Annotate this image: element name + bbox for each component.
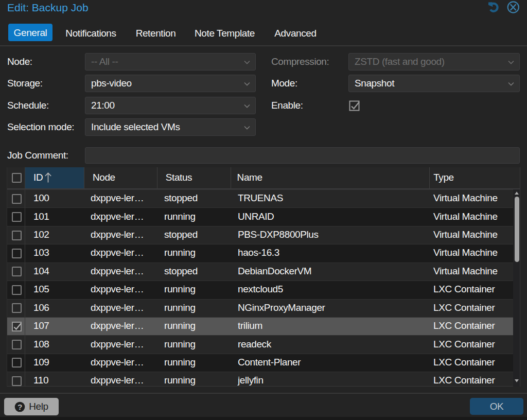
svg-text:?: ? (17, 402, 22, 411)
